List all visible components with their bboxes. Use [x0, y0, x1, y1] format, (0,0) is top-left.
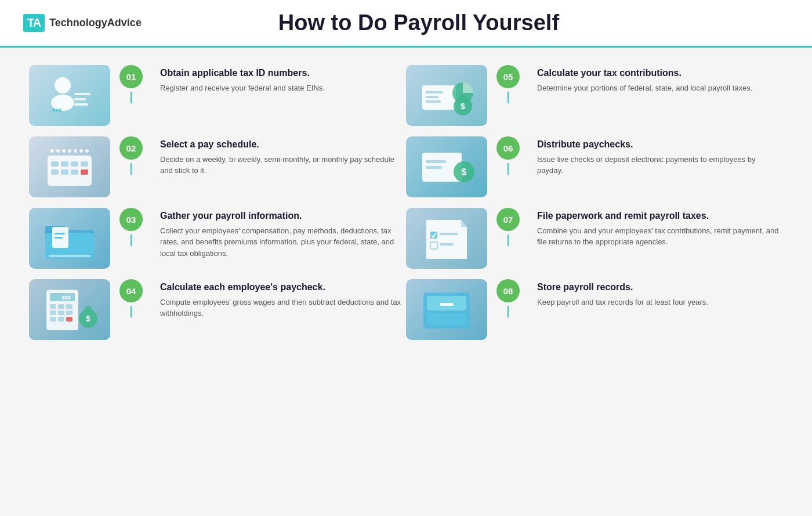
step-2-vline: [130, 163, 132, 175]
step-1-badge: 01: [119, 65, 143, 88]
step-7: 07 File paperwork and remit payroll taxe…: [406, 208, 783, 269]
svg-rect-26: [55, 233, 65, 234]
step-4-desc: Compute employees' gross wages and then …: [160, 297, 406, 319]
svg-rect-20: [71, 169, 78, 175]
svg-rect-3: [74, 93, 90, 95]
step-3-content: Gather your payroll information. Collect…: [160, 208, 406, 259]
step-1-icon: ***: [29, 65, 110, 126]
step-8-vline: [507, 306, 509, 317]
step-5-title: Calculate your tax contributions.: [537, 67, 783, 80]
svg-text:$: $: [86, 314, 90, 323]
svg-point-0: [55, 77, 71, 93]
step-7-content: File paperwork and remit payroll taxes. …: [537, 208, 783, 248]
logo-box: TA: [23, 14, 45, 32]
svg-point-43: [84, 306, 92, 312]
svg-point-10: [74, 149, 77, 153]
step-1-number-line: 01: [119, 65, 143, 103]
svg-rect-53: [426, 160, 446, 163]
step-5-badge: 05: [496, 65, 520, 88]
step-8-badge: 08: [496, 279, 520, 302]
step-3-icon: [29, 208, 110, 269]
step-7-number-line: 07: [496, 208, 520, 246]
step-6: $ 06 Distribute paychecks. Issue live ch…: [406, 136, 783, 197]
step-6-desc: Issue live checks or deposit electronic …: [537, 154, 783, 176]
step-5-desc: Determine your portions of federal, stat…: [537, 82, 783, 94]
step-2-content: Select a pay schedule. Decide on a weekl…: [160, 136, 406, 176]
main-content: *** 01 Obtain applicable tax ID numbers.…: [0, 48, 812, 516]
logo-area: TA TechnologyAdvice: [23, 14, 142, 32]
step-2-number-line: 02: [119, 136, 143, 175]
step-5-icon: $: [406, 65, 487, 126]
step-7-title: File paperwork and remit payroll taxes.: [537, 210, 783, 222]
svg-rect-33: [58, 304, 64, 309]
step-6-vline: [507, 163, 509, 175]
step-8-number-line: 08: [496, 279, 520, 317]
svg-rect-67: [440, 303, 454, 306]
svg-point-7: [56, 149, 60, 153]
logo-text: TechnologyAdvice: [49, 17, 142, 29]
svg-rect-15: [61, 161, 68, 167]
svg-rect-66: [427, 313, 466, 325]
step-3-number-line: 03: [119, 208, 143, 246]
svg-rect-4: [74, 98, 86, 100]
svg-rect-5: [74, 103, 88, 106]
svg-point-9: [68, 149, 71, 153]
svg-rect-39: [58, 317, 64, 322]
step-6-icon: $: [406, 136, 487, 197]
svg-point-8: [62, 149, 66, 153]
svg-rect-14: [51, 161, 59, 167]
svg-point-51: [459, 94, 466, 99]
step-6-badge: 06: [496, 136, 520, 160]
step-4-number-line: 04: [119, 279, 143, 317]
step-8-desc: Keep payroll and tax records for at leas…: [537, 297, 783, 308]
header: TA TechnologyAdvice How to Do Payroll Yo…: [0, 0, 812, 48]
step-7-icon: [406, 208, 487, 269]
step-1-title: Obtain applicable tax ID numbers.: [160, 67, 406, 80]
step-4-icon: $$$ $: [29, 279, 110, 340]
step-3: 03 Gather your payroll information. Coll…: [29, 208, 406, 269]
svg-marker-58: [461, 220, 467, 227]
svg-point-11: [79, 149, 83, 153]
svg-text:$: $: [461, 102, 465, 111]
svg-rect-32: [50, 304, 56, 309]
right-column: $ 05 Calculate your tax contributions. D…: [406, 65, 783, 500]
step-5-vline: [507, 92, 509, 103]
step-7-vline: [507, 234, 509, 246]
svg-rect-35: [50, 311, 56, 315]
svg-text:$: $: [462, 167, 467, 177]
step-7-desc: Combine you and your employees' tax cont…: [537, 225, 783, 248]
step-1-vline: [130, 92, 132, 103]
svg-point-12: [85, 149, 89, 153]
svg-rect-40: [66, 317, 72, 322]
page-wrapper: TA TechnologyAdvice How to Do Payroll Yo…: [0, 0, 812, 516]
svg-rect-16: [71, 161, 78, 167]
page-title: How to Do Payroll Yourself: [142, 10, 696, 35]
step-5-content: Calculate your tax contributions. Determ…: [537, 65, 783, 93]
step-4-badge: 04: [119, 279, 143, 302]
step-5-number-line: 05: [496, 65, 520, 103]
step-6-number-line: 06: [496, 136, 520, 175]
step-3-badge: 03: [119, 208, 143, 231]
svg-rect-18: [51, 169, 59, 175]
step-4-title: Calculate each employee's paycheck.: [160, 282, 406, 294]
svg-rect-21: [81, 169, 88, 175]
svg-text:***: ***: [52, 107, 62, 116]
step-2-desc: Decide on a weekly, bi-weekly, semi-mont…: [160, 154, 406, 176]
left-column: *** 01 Obtain applicable tax ID numbers.…: [29, 65, 406, 500]
step-7-badge: 07: [496, 208, 520, 231]
step-2-badge: 02: [119, 136, 143, 160]
svg-rect-34: [66, 304, 72, 309]
logo-brand: Technology: [49, 17, 107, 28]
svg-rect-47: [426, 100, 441, 103]
svg-rect-54: [426, 166, 442, 169]
step-8-title: Store payroll records.: [537, 282, 783, 294]
svg-rect-45: [426, 91, 443, 93]
svg-rect-62: [440, 243, 454, 246]
svg-text:$$$: $$$: [62, 295, 71, 301]
step-3-desc: Collect your employees' compensation, pa…: [160, 225, 406, 259]
step-1: *** 01 Obtain applicable tax ID numbers.…: [29, 65, 406, 126]
svg-rect-28: [49, 255, 90, 257]
step-4-content: Calculate each employee's paycheck. Comp…: [160, 279, 406, 319]
svg-rect-38: [50, 317, 56, 322]
logo-suffix: Advice: [107, 17, 142, 28]
